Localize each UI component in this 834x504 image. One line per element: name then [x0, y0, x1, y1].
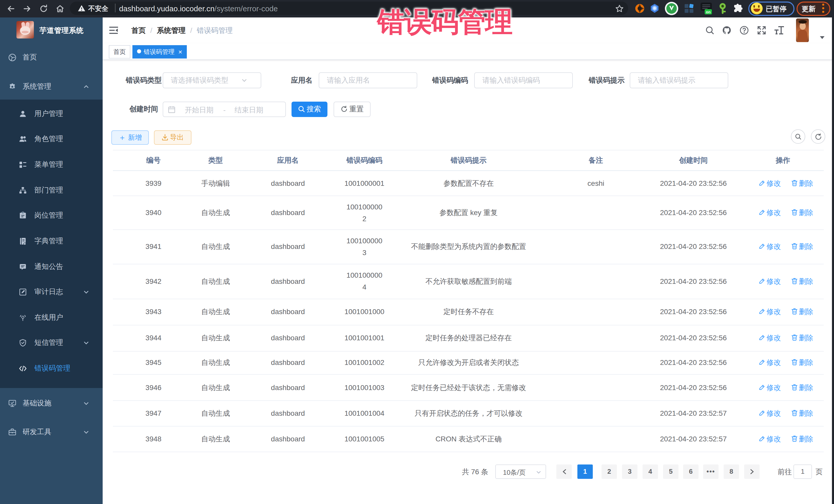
svg-text:on: on: [706, 10, 710, 14]
